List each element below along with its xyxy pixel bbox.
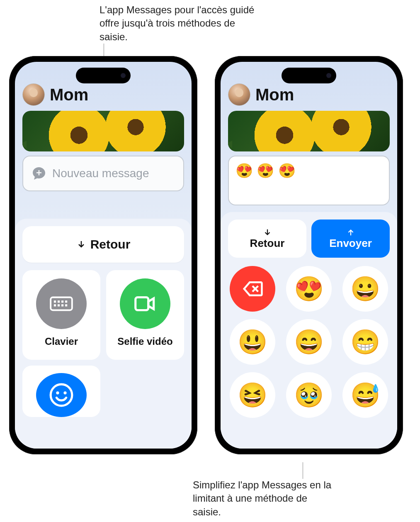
phones-row: Mom Nouveau message Retour: [9, 56, 403, 454]
caption-top: L'app Messages pour l'accès guidé offre …: [100, 3, 257, 44]
emoji-grid: 😍 😀 😃 😄 😁 😆 🥹 😅: [228, 266, 390, 418]
svg-rect-6: [58, 304, 60, 306]
callout-line: [303, 462, 303, 479]
video-icon: [132, 291, 158, 317]
svg-rect-3: [61, 300, 63, 302]
backspace-icon: [241, 278, 264, 300]
svg-point-10: [51, 384, 72, 406]
lower-panel: Retour Envoyer: [221, 212, 397, 449]
arrow-up-icon: [346, 228, 355, 237]
phone-right: Mom 😍 😍 😍 Retour: [215, 56, 403, 454]
return-label: Retour: [90, 237, 131, 251]
keyboard-label: Clavier: [45, 336, 78, 347]
emoji-key[interactable]: 🥹: [286, 372, 332, 418]
send-label: Envoyer: [329, 237, 372, 250]
new-message-placeholder: Nouveau message: [52, 167, 149, 180]
emoji-key[interactable]: 😆: [230, 372, 275, 418]
svg-rect-4: [65, 300, 67, 302]
video-icon-circle: [120, 278, 170, 329]
keyboard-icon-circle: [36, 278, 87, 329]
svg-rect-8: [65, 304, 67, 306]
svg-rect-7: [61, 304, 63, 306]
return-label: Retour: [250, 237, 285, 250]
delete-key[interactable]: [230, 266, 275, 312]
svg-rect-1: [54, 300, 56, 302]
message-plus-icon: [32, 166, 46, 181]
svg-rect-9: [136, 298, 148, 310]
emoji-key[interactable]: 😁: [342, 319, 388, 365]
compose-value: 😍 😍 😍: [235, 163, 296, 178]
send-button[interactable]: Envoyer: [311, 220, 390, 258]
emoji-key[interactable]: 😀: [342, 266, 388, 312]
svg-rect-2: [58, 300, 60, 302]
return-button[interactable]: Retour: [228, 220, 306, 258]
compose-box[interactable]: 😍 😍 😍: [228, 156, 390, 205]
svg-point-12: [63, 391, 66, 394]
svg-point-11: [56, 391, 59, 394]
emoji-key[interactable]: 😃: [230, 319, 275, 365]
arrow-down-icon: [263, 228, 272, 237]
lower-panel: Retour Clavier: [15, 219, 192, 449]
svg-rect-5: [54, 304, 56, 306]
callout-line: [104, 44, 104, 56]
avatar[interactable]: [228, 83, 250, 106]
arrow-down-icon: [76, 239, 86, 249]
received-photo-message[interactable]: [228, 111, 390, 151]
action-row: Retour Envoyer: [228, 220, 390, 258]
phone-left: Mom Nouveau message Retour: [9, 56, 197, 454]
emoji-key[interactable]: 😍: [286, 266, 332, 312]
caption-bottom: Simplifiez l'app Messages en la limitant…: [193, 478, 334, 519]
avatar[interactable]: [22, 83, 45, 106]
new-message-input[interactable]: Nouveau message: [22, 156, 184, 191]
return-button[interactable]: Retour: [22, 226, 184, 263]
received-photo-message[interactable]: [22, 111, 184, 151]
emoji-icon-circle: [36, 373, 87, 417]
screen-right: Mom 😍 😍 😍 Retour: [221, 62, 397, 449]
contact-name: Mom: [50, 85, 88, 104]
contact-name: Mom: [255, 85, 294, 104]
screen-left: Mom Nouveau message Retour: [15, 62, 192, 449]
keyboard-icon: [49, 291, 74, 317]
input-method-grid: Clavier Selfie vidéo: [22, 270, 184, 417]
dynamic-island: [282, 68, 336, 83]
emoji-option-partial[interactable]: [22, 366, 100, 417]
emoji-key[interactable]: 😄: [286, 319, 332, 365]
keyboard-option[interactable]: Clavier: [22, 270, 100, 360]
video-label: Selfie vidéo: [117, 336, 172, 347]
emoji-key[interactable]: 😅: [342, 372, 388, 418]
video-selfie-option[interactable]: Selfie vidéo: [106, 270, 184, 360]
smiley-icon: [49, 382, 74, 408]
svg-rect-0: [51, 298, 72, 310]
dynamic-island: [76, 68, 131, 83]
